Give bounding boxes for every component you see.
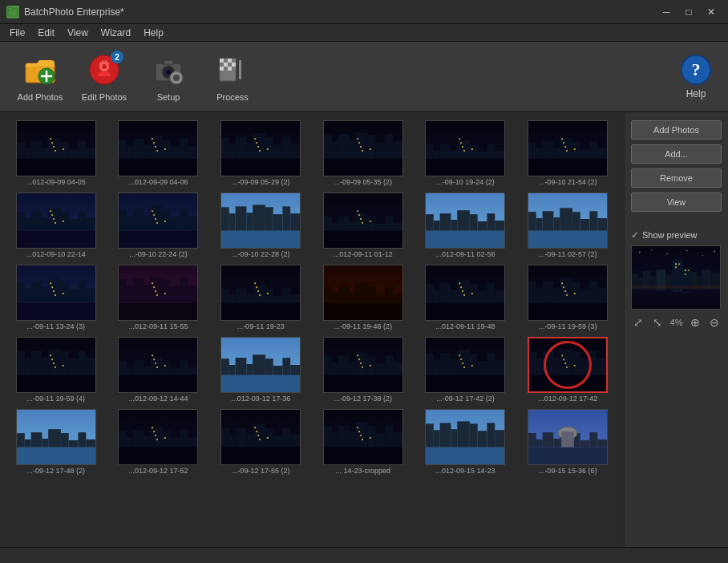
photo-item-21[interactable]: ...012-09-12 17-36 (212, 337, 309, 403)
photo-item-13[interactable]: ...-09-11 13-24 (3) (8, 265, 104, 330)
menu-view[interactable]: View (61, 26, 95, 40)
photo-item-25[interactable]: ...-09-12 17-48 (2) (8, 409, 104, 475)
photo-label-20: ...012-09-12 14-44 (128, 395, 188, 403)
title-bar: BatchPhoto Enterprise* ─ □ ✕ (0, 0, 728, 24)
app-title: BatchPhoto Enterprise* (24, 6, 656, 18)
photo-item-6[interactable]: ...-09-10 21-54 (2) (520, 120, 616, 186)
svg-rect-306 (566, 294, 568, 296)
svg-rect-427 (221, 448, 300, 465)
photo-label-30: ...-09-15 15-36 (6) (539, 467, 597, 475)
photo-grid-container[interactable]: ...012-09-09 04-05...012-09-09 04-06...-… (0, 112, 624, 547)
photo-item-7[interactable]: ...012-09-10 22-14 (8, 192, 104, 258)
svg-rect-162 (188, 216, 198, 231)
photo-item-27[interactable]: ...-09-12 17-55 (2) (212, 409, 309, 475)
add-photos-button[interactable]: Add Photos (631, 120, 722, 140)
maximize-button[interactable]: □ (678, 4, 699, 20)
photo-thumb-1 (16, 120, 96, 176)
toolbar-setup[interactable]: Setup (136, 46, 200, 107)
photo-item-26[interactable]: ...012-09-12 17-52 (111, 409, 207, 475)
photo-item-24[interactable]: ...012-09-12 17-42 (520, 337, 616, 403)
photo-thumb-29 (425, 409, 505, 465)
svg-rect-155 (127, 216, 133, 231)
svg-rect-218 (17, 303, 95, 321)
photo-item-3[interactable]: ...-09-09 05-29 (2) (212, 120, 309, 186)
menu-file[interactable]: File (3, 26, 31, 40)
photo-item-23[interactable]: ...-09-12 17-42 (2) (418, 337, 514, 403)
svg-rect-287 (459, 282, 461, 284)
remove-button[interactable]: Remove (631, 168, 722, 188)
svg-rect-245 (154, 286, 156, 288)
svg-rect-189 (393, 223, 402, 231)
photo-item-5[interactable]: ...-09-10 19-24 (2) (418, 120, 514, 186)
photo-item-30[interactable]: ...-09-15 15-36 (6) (520, 409, 616, 475)
view-button[interactable]: View (631, 192, 722, 212)
zoom-in-button[interactable]: ⊕ (688, 314, 702, 330)
photo-label-28: ... 14-23-cropped (336, 467, 391, 475)
svg-rect-445 (332, 432, 338, 448)
svg-rect-203 (478, 221, 487, 231)
toolbar-help[interactable]: ? Help (672, 46, 720, 107)
photo-item-17[interactable]: ...012-09-11 19-48 (418, 265, 514, 330)
photo-label-25: ...-09-12 17-48 (2) (27, 467, 86, 475)
add-button[interactable]: Add... (631, 144, 722, 164)
zoom-out-button[interactable]: ⊖ (707, 314, 722, 330)
close-button[interactable]: ✕ (701, 4, 722, 20)
photo-item-29[interactable]: ...012-09-15 14-23 (418, 409, 514, 475)
svg-rect-405 (48, 429, 61, 448)
svg-rect-425 (164, 437, 166, 439)
svg-rect-114 (495, 151, 505, 159)
toolbar-edit-photos[interactable]: 2 Edit Photos (72, 46, 136, 107)
photo-item-11[interactable]: ...012-09-11 02-56 (418, 192, 514, 258)
svg-rect-213 (572, 212, 580, 231)
svg-rect-52 (51, 142, 53, 144)
photo-item-14[interactable]: ...012-09-11 15-55 (111, 265, 207, 330)
fit-screen-button[interactable]: ⤡ (650, 314, 665, 330)
photo-item-15[interactable]: ...-09-11 19-23 (212, 265, 309, 330)
svg-rect-35 (228, 67, 232, 71)
menu-help[interactable]: Help (137, 26, 170, 40)
fit-width-button[interactable]: ⤢ (631, 314, 645, 330)
svg-rect-368 (426, 375, 504, 393)
svg-rect-165 (156, 218, 157, 220)
svg-point-487 (686, 250, 687, 251)
svg-rect-275 (393, 293, 402, 303)
photo-item-16[interactable]: ...-09-11 19-46 (2) (315, 265, 411, 330)
photo-item-8[interactable]: ...-09-10 22-24 (2) (111, 192, 207, 258)
menu-wizard[interactable]: Wizard (95, 26, 137, 40)
svg-rect-433 (265, 428, 273, 448)
svg-rect-138 (17, 212, 25, 231)
svg-rect-100 (358, 142, 360, 144)
show-preview-toggle[interactable]: ✓ Show preview (631, 229, 722, 241)
photo-item-4[interactable]: ...-09-09 05-35 (2) (315, 120, 411, 186)
toolbar-process[interactable]: Process (200, 46, 265, 107)
photo-item-22[interactable]: ...-09-12 17-38 (2) (315, 337, 411, 403)
photo-item-10[interactable]: ...012-09-11 01-12 (315, 192, 411, 258)
svg-rect-263 (259, 294, 261, 296)
svg-rect-406 (61, 433, 69, 448)
svg-rect-267 (324, 286, 332, 303)
svg-rect-84 (256, 142, 257, 144)
photo-item-1[interactable]: ...012-09-09 04-05 (8, 120, 104, 186)
toolbar-add-photos[interactable]: Add Photos (8, 46, 72, 107)
photo-item-9[interactable]: ...-09-10 22-28 (2) (212, 192, 309, 258)
photo-item-12[interactable]: ...-09-11 02-57 (2) (520, 192, 616, 258)
minimize-button[interactable]: ─ (656, 4, 677, 20)
svg-rect-387 (543, 351, 553, 375)
photo-label-21: ...012-09-12 17-36 (231, 395, 290, 403)
photo-item-2[interactable]: ...012-09-09 04-06 (111, 120, 207, 186)
svg-rect-437 (254, 427, 256, 428)
photo-item-20[interactable]: ...012-09-12 14-44 (111, 337, 207, 403)
photo-item-28[interactable]: ... 14-23-cropped (315, 409, 411, 475)
menu-edit[interactable]: Edit (31, 26, 61, 40)
svg-rect-53 (53, 146, 55, 148)
svg-rect-404 (42, 439, 48, 448)
svg-rect-260 (254, 282, 256, 284)
svg-rect-11 (99, 63, 102, 64)
photo-item-18[interactable]: ...-09-11 19-59 (3) (520, 265, 616, 330)
svg-rect-10 (105, 60, 107, 63)
menu-bar: File Edit View Wizard Help (0, 24, 728, 42)
photo-item-19[interactable]: ...-09-11 19-59 (4) (8, 337, 104, 403)
svg-rect-22 (170, 76, 172, 78)
svg-rect-459 (426, 448, 504, 465)
svg-rect-235 (119, 279, 127, 302)
